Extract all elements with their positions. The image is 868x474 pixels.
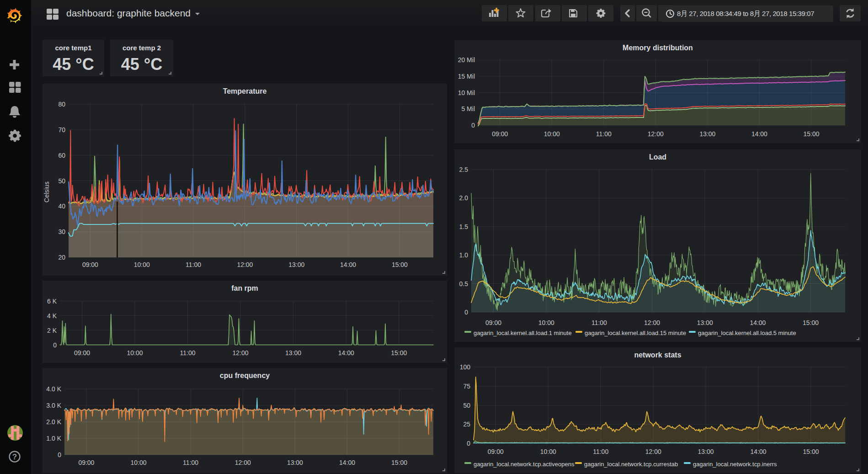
svg-text:0: 0	[53, 341, 57, 349]
svg-text:11:00: 11:00	[183, 459, 198, 466]
svg-text:13:00: 13:00	[287, 459, 303, 466]
svg-text:6 K: 6 K	[47, 298, 57, 305]
svg-text:0: 0	[58, 451, 61, 458]
svg-text:2.0: 2.0	[459, 194, 469, 202]
svg-text:14:00: 14:00	[338, 349, 354, 357]
svg-text:gagarin_local.kernel.all.load.: gagarin_local.kernel.all.load.15 minute	[585, 330, 686, 336]
svg-text:1.0 K: 1.0 K	[46, 435, 61, 442]
svg-text:30: 30	[58, 228, 65, 235]
svg-text:11:00: 11:00	[593, 448, 608, 455]
svg-text:100: 100	[460, 363, 471, 371]
svg-text:gagarin_local.network.tcp.acti: gagarin_local.network.tcp.activeopens	[474, 461, 575, 468]
svg-text:11:00: 11:00	[180, 349, 196, 357]
svg-text:11:00: 11:00	[591, 319, 607, 326]
svg-text:15:00: 15:00	[391, 349, 407, 357]
svg-text:14:00: 14:00	[339, 459, 355, 466]
svg-text:13:00: 13:00	[285, 349, 301, 357]
svg-text:09:00: 09:00	[78, 459, 94, 466]
svg-text:1.5: 1.5	[459, 223, 469, 230]
svg-text:10 Mil: 10 Mil	[458, 89, 475, 96]
svg-text:13:00: 13:00	[288, 261, 304, 268]
svg-text:5 Mil: 5 Mil	[461, 105, 475, 112]
svg-text:25: 25	[463, 421, 470, 428]
svg-text:09:00: 09:00	[485, 319, 501, 326]
svg-text:12:00: 12:00	[237, 261, 253, 268]
svg-text:14:00: 14:00	[751, 448, 767, 455]
svg-text:10:00: 10:00	[544, 130, 560, 138]
svg-text:14:00: 14:00	[751, 130, 767, 138]
svg-text:15 Mil: 15 Mil	[458, 73, 475, 80]
svg-text:70: 70	[58, 126, 65, 133]
svg-text:40: 40	[58, 202, 65, 210]
svg-text:4 K: 4 K	[47, 312, 57, 320]
svg-text:10:00: 10:00	[130, 459, 146, 466]
svg-text:?: ?	[12, 453, 17, 461]
svg-text:14:00: 14:00	[750, 319, 766, 326]
svg-text:12:00: 12:00	[235, 459, 251, 466]
svg-text:0: 0	[467, 440, 470, 447]
svg-text:15:00: 15:00	[803, 130, 819, 138]
svg-text:3.0 K: 3.0 K	[46, 402, 61, 409]
svg-text:13:00: 13:00	[698, 448, 714, 455]
svg-text:12:00: 12:00	[233, 349, 249, 357]
svg-text:15:00: 15:00	[803, 319, 819, 326]
svg-text:0.5: 0.5	[459, 280, 469, 288]
svg-text:11:00: 11:00	[186, 261, 201, 268]
svg-text:gagarin_local.kernel.all.load.: gagarin_local.kernel.all.load.5 minute	[698, 330, 796, 336]
svg-text:15:00: 15:00	[391, 459, 407, 466]
svg-text:50: 50	[463, 402, 470, 409]
svg-text:09:00: 09:00	[488, 448, 504, 455]
svg-text:gagarin_local.network.tcp.curr: gagarin_local.network.tcp.currestab	[584, 461, 678, 468]
svg-text:0: 0	[464, 309, 468, 316]
svg-text:12:00: 12:00	[644, 319, 660, 326]
svg-text:gagarin_local.kernel.all.load.: gagarin_local.kernel.all.load.1 minute	[474, 330, 572, 336]
svg-text:20 Mil: 20 Mil	[458, 56, 475, 64]
svg-text:50: 50	[58, 177, 65, 185]
svg-text:10:00: 10:00	[540, 448, 556, 455]
svg-text:13:00: 13:00	[699, 130, 715, 138]
svg-text:60: 60	[58, 152, 65, 159]
svg-text:11:00: 11:00	[596, 130, 612, 138]
svg-text:4.0 K: 4.0 K	[46, 385, 61, 393]
svg-text:75: 75	[463, 383, 470, 390]
svg-text:Celsius: Celsius	[43, 181, 50, 202]
svg-text:10:00: 10:00	[127, 349, 143, 357]
svg-text:12:00: 12:00	[645, 448, 661, 455]
svg-text:2.5: 2.5	[459, 166, 469, 173]
svg-text:10:00: 10:00	[134, 261, 150, 268]
svg-text:09:00: 09:00	[74, 349, 90, 357]
svg-text:09:00: 09:00	[492, 130, 508, 138]
svg-text:10:00: 10:00	[538, 319, 554, 326]
svg-text:80: 80	[58, 101, 65, 108]
svg-text:gagarin_local.network.tcp.iner: gagarin_local.network.tcp.inerrs	[693, 461, 777, 468]
svg-text:1.0: 1.0	[459, 251, 469, 259]
svg-text:0: 0	[471, 122, 475, 129]
svg-text:12:00: 12:00	[648, 130, 664, 138]
svg-text:09:00: 09:00	[82, 261, 98, 268]
svg-text:20: 20	[58, 254, 65, 261]
svg-text:15:00: 15:00	[803, 448, 819, 455]
svg-text:14:00: 14:00	[340, 261, 356, 268]
svg-text:2.0 K: 2.0 K	[46, 418, 61, 426]
svg-text:15:00: 15:00	[392, 261, 408, 268]
svg-text:2 K: 2 K	[47, 327, 57, 334]
svg-text:13:00: 13:00	[697, 319, 713, 326]
